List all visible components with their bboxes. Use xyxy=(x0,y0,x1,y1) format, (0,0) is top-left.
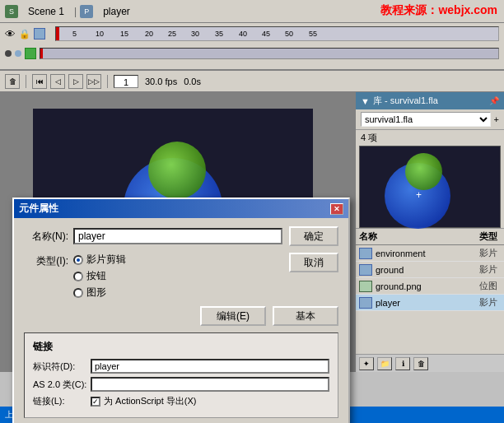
link-identifier-input[interactable] xyxy=(91,359,329,374)
dialog-name-input[interactable] xyxy=(73,228,282,244)
radio-film-label: 影片剪辑 xyxy=(86,253,126,267)
link-section-title: 链接 xyxy=(33,340,329,354)
link-as2-label: AS 2.0 类(C): xyxy=(33,379,91,391)
link-as2-input[interactable] xyxy=(91,377,329,392)
radio-button-label: 按钮 xyxy=(86,269,106,283)
dialog-type-label: 类型(I): xyxy=(24,253,73,268)
link-export-label: 为 ActionScript 导出(X) xyxy=(104,395,196,407)
link-section: 链接 标识符(D): AS 2.0 类(C): 链接(L): 为 ActionS… xyxy=(24,332,338,418)
dialog-edit-row: 编辑(E) 基本 xyxy=(24,306,338,326)
link-label-text: 链接(L): xyxy=(33,395,91,407)
dialog-close-button[interactable]: ✕ xyxy=(330,203,343,215)
dialog-titlebar: 元件属性 ✕ xyxy=(14,199,348,218)
radio-graphic-circle[interactable] xyxy=(73,288,83,298)
dialog-body: 名称(N): 确定 类型(I): 影片剪辑 按钮 xyxy=(14,218,348,423)
radio-button[interactable]: 按钮 xyxy=(73,269,282,283)
radio-button-circle[interactable] xyxy=(73,272,83,281)
dialog-type-radio-group: 影片剪辑 按钮 图形 xyxy=(73,253,282,300)
radio-film-circle[interactable] xyxy=(73,255,83,265)
dialog-title: 元件属性 xyxy=(19,202,58,216)
dialog-overlay: 元件属性 ✕ 名称(N): 确定 类型(I): 影片剪辑 xyxy=(0,0,504,423)
symbol-properties-dialog: 元件属性 ✕ 名称(N): 确定 类型(I): 影片剪辑 xyxy=(12,198,350,423)
radio-film[interactable]: 影片剪辑 xyxy=(73,253,282,267)
dialog-name-label: 名称(N): xyxy=(24,230,73,244)
link-identifier-row: 标识符(D): xyxy=(33,359,329,374)
dialog-edit-button[interactable]: 编辑(E) xyxy=(200,306,266,326)
link-export-checkbox[interactable] xyxy=(91,397,100,407)
dialog-ok-button[interactable]: 确定 xyxy=(289,226,338,246)
dialog-basic-button[interactable]: 基本 xyxy=(273,306,338,326)
radio-graphic-label: 图形 xyxy=(86,286,106,300)
dialog-cancel-button[interactable]: 取消 xyxy=(289,253,338,272)
watermark: 教程来源：webjx.com xyxy=(380,3,497,18)
dialog-name-row: 名称(N): 确定 xyxy=(24,226,338,246)
link-as2-row: AS 2.0 类(C): xyxy=(33,377,329,392)
radio-graphic[interactable]: 图形 xyxy=(73,286,282,300)
dialog-type-row: 类型(I): 影片剪辑 按钮 图形 取消 xyxy=(24,253,338,300)
link-identifier-label: 标识符(D): xyxy=(33,360,91,373)
link-export-row: 链接(L): 为 ActionScript 导出(X) xyxy=(33,395,329,407)
